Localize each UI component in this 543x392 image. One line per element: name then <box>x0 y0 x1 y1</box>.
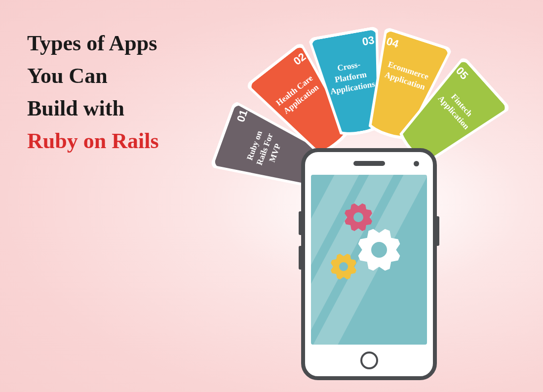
phone-speaker <box>353 161 385 166</box>
headline-line1: Types of Apps <box>27 27 159 60</box>
svg-point-3 <box>371 242 387 258</box>
headline-line2: You Can <box>27 60 159 92</box>
phone-camera <box>414 161 419 166</box>
headline-line3: Build with <box>27 92 159 125</box>
gear-icon <box>344 203 373 232</box>
phone-illustration <box>301 148 437 380</box>
svg-point-5 <box>339 262 348 271</box>
gear-icon <box>357 228 401 272</box>
headline: Types of Apps You Can Build with Ruby on… <box>27 27 159 157</box>
svg-point-1 <box>353 212 363 222</box>
phone-screen <box>311 175 427 345</box>
headline-highlight: Ruby on Rails <box>27 125 159 157</box>
phone-home-button <box>360 352 378 369</box>
gear-icon <box>330 253 357 280</box>
